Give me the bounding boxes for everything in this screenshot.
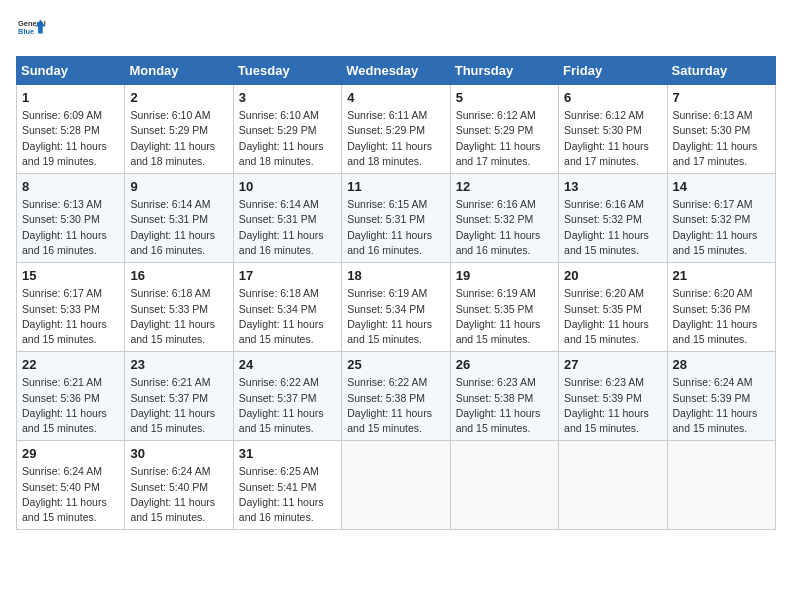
day-number: 11 <box>347 178 444 196</box>
day-info: Sunrise: 6:19 AM Sunset: 5:34 PM Dayligh… <box>347 286 444 347</box>
day-info: Sunrise: 6:22 AM Sunset: 5:38 PM Dayligh… <box>347 375 444 436</box>
table-row: 4Sunrise: 6:11 AM Sunset: 5:29 PM Daylig… <box>342 85 450 174</box>
table-row: 5Sunrise: 6:12 AM Sunset: 5:29 PM Daylig… <box>450 85 558 174</box>
day-number: 29 <box>22 445 119 463</box>
table-row: 14Sunrise: 6:17 AM Sunset: 5:32 PM Dayli… <box>667 174 775 263</box>
day-number: 12 <box>456 178 553 196</box>
table-row <box>450 441 558 530</box>
col-monday: Monday <box>125 57 233 85</box>
table-row: 10Sunrise: 6:14 AM Sunset: 5:31 PM Dayli… <box>233 174 341 263</box>
table-row: 3Sunrise: 6:10 AM Sunset: 5:29 PM Daylig… <box>233 85 341 174</box>
table-row: 28Sunrise: 6:24 AM Sunset: 5:39 PM Dayli… <box>667 352 775 441</box>
day-number: 21 <box>673 267 770 285</box>
table-row: 29Sunrise: 6:24 AM Sunset: 5:40 PM Dayli… <box>17 441 125 530</box>
day-number: 5 <box>456 89 553 107</box>
day-info: Sunrise: 6:16 AM Sunset: 5:32 PM Dayligh… <box>456 197 553 258</box>
day-info: Sunrise: 6:16 AM Sunset: 5:32 PM Dayligh… <box>564 197 661 258</box>
page-container: General Blue Sunday Monday Tuesday Wedne… <box>16 16 776 530</box>
day-info: Sunrise: 6:15 AM Sunset: 5:31 PM Dayligh… <box>347 197 444 258</box>
calendar-header-row: Sunday Monday Tuesday Wednesday Thursday… <box>17 57 776 85</box>
calendar-week-row: 1Sunrise: 6:09 AM Sunset: 5:28 PM Daylig… <box>17 85 776 174</box>
day-info: Sunrise: 6:21 AM Sunset: 5:37 PM Dayligh… <box>130 375 227 436</box>
day-number: 28 <box>673 356 770 374</box>
day-number: 18 <box>347 267 444 285</box>
day-number: 23 <box>130 356 227 374</box>
calendar-week-row: 22Sunrise: 6:21 AM Sunset: 5:36 PM Dayli… <box>17 352 776 441</box>
day-number: 19 <box>456 267 553 285</box>
col-tuesday: Tuesday <box>233 57 341 85</box>
table-row: 24Sunrise: 6:22 AM Sunset: 5:37 PM Dayli… <box>233 352 341 441</box>
day-number: 24 <box>239 356 336 374</box>
day-number: 9 <box>130 178 227 196</box>
day-number: 27 <box>564 356 661 374</box>
day-number: 31 <box>239 445 336 463</box>
day-number: 1 <box>22 89 119 107</box>
col-saturday: Saturday <box>667 57 775 85</box>
calendar-week-row: 8Sunrise: 6:13 AM Sunset: 5:30 PM Daylig… <box>17 174 776 263</box>
table-row: 2Sunrise: 6:10 AM Sunset: 5:29 PM Daylig… <box>125 85 233 174</box>
day-info: Sunrise: 6:23 AM Sunset: 5:38 PM Dayligh… <box>456 375 553 436</box>
day-info: Sunrise: 6:25 AM Sunset: 5:41 PM Dayligh… <box>239 464 336 525</box>
day-number: 3 <box>239 89 336 107</box>
day-info: Sunrise: 6:09 AM Sunset: 5:28 PM Dayligh… <box>22 108 119 169</box>
day-info: Sunrise: 6:14 AM Sunset: 5:31 PM Dayligh… <box>130 197 227 258</box>
col-wednesday: Wednesday <box>342 57 450 85</box>
table-row: 31Sunrise: 6:25 AM Sunset: 5:41 PM Dayli… <box>233 441 341 530</box>
day-number: 15 <box>22 267 119 285</box>
day-number: 4 <box>347 89 444 107</box>
day-number: 2 <box>130 89 227 107</box>
day-info: Sunrise: 6:10 AM Sunset: 5:29 PM Dayligh… <box>239 108 336 169</box>
table-row: 27Sunrise: 6:23 AM Sunset: 5:39 PM Dayli… <box>559 352 667 441</box>
table-row: 20Sunrise: 6:20 AM Sunset: 5:35 PM Dayli… <box>559 263 667 352</box>
col-sunday: Sunday <box>17 57 125 85</box>
day-info: Sunrise: 6:17 AM Sunset: 5:33 PM Dayligh… <box>22 286 119 347</box>
svg-text:Blue: Blue <box>18 27 34 36</box>
day-number: 10 <box>239 178 336 196</box>
table-row: 16Sunrise: 6:18 AM Sunset: 5:33 PM Dayli… <box>125 263 233 352</box>
calendar-table: Sunday Monday Tuesday Wednesday Thursday… <box>16 56 776 530</box>
table-row: 22Sunrise: 6:21 AM Sunset: 5:36 PM Dayli… <box>17 352 125 441</box>
day-info: Sunrise: 6:24 AM Sunset: 5:40 PM Dayligh… <box>130 464 227 525</box>
day-number: 14 <box>673 178 770 196</box>
col-thursday: Thursday <box>450 57 558 85</box>
table-row: 7Sunrise: 6:13 AM Sunset: 5:30 PM Daylig… <box>667 85 775 174</box>
table-row: 18Sunrise: 6:19 AM Sunset: 5:34 PM Dayli… <box>342 263 450 352</box>
day-info: Sunrise: 6:13 AM Sunset: 5:30 PM Dayligh… <box>22 197 119 258</box>
day-number: 22 <box>22 356 119 374</box>
day-info: Sunrise: 6:18 AM Sunset: 5:33 PM Dayligh… <box>130 286 227 347</box>
day-info: Sunrise: 6:20 AM Sunset: 5:36 PM Dayligh… <box>673 286 770 347</box>
table-row: 13Sunrise: 6:16 AM Sunset: 5:32 PM Dayli… <box>559 174 667 263</box>
table-row: 12Sunrise: 6:16 AM Sunset: 5:32 PM Dayli… <box>450 174 558 263</box>
day-info: Sunrise: 6:20 AM Sunset: 5:35 PM Dayligh… <box>564 286 661 347</box>
day-info: Sunrise: 6:13 AM Sunset: 5:30 PM Dayligh… <box>673 108 770 169</box>
table-row: 19Sunrise: 6:19 AM Sunset: 5:35 PM Dayli… <box>450 263 558 352</box>
logo-area: General Blue <box>16 16 46 48</box>
day-number: 26 <box>456 356 553 374</box>
day-info: Sunrise: 6:12 AM Sunset: 5:30 PM Dayligh… <box>564 108 661 169</box>
day-info: Sunrise: 6:22 AM Sunset: 5:37 PM Dayligh… <box>239 375 336 436</box>
day-info: Sunrise: 6:10 AM Sunset: 5:29 PM Dayligh… <box>130 108 227 169</box>
day-info: Sunrise: 6:23 AM Sunset: 5:39 PM Dayligh… <box>564 375 661 436</box>
table-row: 15Sunrise: 6:17 AM Sunset: 5:33 PM Dayli… <box>17 263 125 352</box>
logo: General Blue <box>16 16 46 48</box>
table-row: 26Sunrise: 6:23 AM Sunset: 5:38 PM Dayli… <box>450 352 558 441</box>
table-row: 17Sunrise: 6:18 AM Sunset: 5:34 PM Dayli… <box>233 263 341 352</box>
table-row: 1Sunrise: 6:09 AM Sunset: 5:28 PM Daylig… <box>17 85 125 174</box>
table-row <box>667 441 775 530</box>
table-row: 25Sunrise: 6:22 AM Sunset: 5:38 PM Dayli… <box>342 352 450 441</box>
day-number: 20 <box>564 267 661 285</box>
day-number: 25 <box>347 356 444 374</box>
table-row <box>342 441 450 530</box>
day-number: 17 <box>239 267 336 285</box>
col-friday: Friday <box>559 57 667 85</box>
day-info: Sunrise: 6:14 AM Sunset: 5:31 PM Dayligh… <box>239 197 336 258</box>
day-number: 16 <box>130 267 227 285</box>
day-number: 30 <box>130 445 227 463</box>
table-row: 8Sunrise: 6:13 AM Sunset: 5:30 PM Daylig… <box>17 174 125 263</box>
day-info: Sunrise: 6:12 AM Sunset: 5:29 PM Dayligh… <box>456 108 553 169</box>
day-number: 8 <box>22 178 119 196</box>
page-header: General Blue <box>16 16 776 48</box>
day-info: Sunrise: 6:21 AM Sunset: 5:36 PM Dayligh… <box>22 375 119 436</box>
day-number: 13 <box>564 178 661 196</box>
day-info: Sunrise: 6:11 AM Sunset: 5:29 PM Dayligh… <box>347 108 444 169</box>
